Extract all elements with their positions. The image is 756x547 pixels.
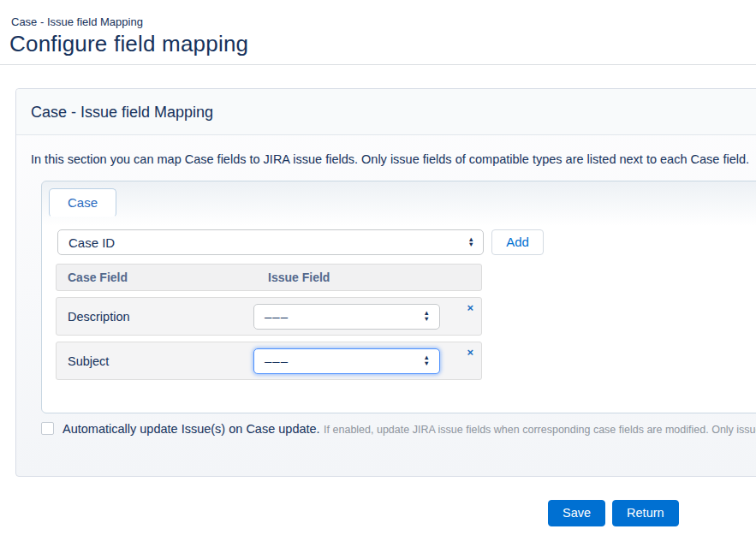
issue-field-select[interactable]: ––– ▲ ▼ bbox=[253, 304, 440, 330]
case-field-label: Description bbox=[57, 310, 130, 324]
select-spinner-icon: ▲ ▼ bbox=[424, 355, 431, 366]
auto-update-label: Automatically update Issue(s) on Case up… bbox=[63, 422, 320, 436]
auto-update-help: If enabled, update JIRA issue fields whe… bbox=[324, 424, 756, 436]
card-body: In this section you can map Case fields … bbox=[16, 135, 756, 437]
section-description: In this section you can map Case fields … bbox=[31, 152, 756, 166]
case-tab-panel: Case ID ▲ ▼ Add Case Field Issue Field bbox=[42, 229, 756, 380]
remove-row-icon[interactable]: × bbox=[467, 347, 473, 358]
case-field-select-value: Case ID bbox=[68, 235, 115, 250]
breadcrumb: Case - Issue field Mapping bbox=[11, 15, 143, 28]
select-spinner-icon: ▲ ▼ bbox=[468, 237, 474, 248]
header-case-field: Case Field bbox=[57, 271, 128, 284]
table-row: Subject ––– ▲ ▼ × bbox=[56, 342, 482, 380]
header-issue-field: Issue Field bbox=[268, 271, 330, 284]
table-row: Description ––– ▲ ▼ × bbox=[56, 297, 482, 336]
auto-update-text: Automatically update Issue(s) on Case up… bbox=[63, 421, 756, 437]
card-title: Case - Issue field Mapping bbox=[16, 89, 756, 135]
page-header: Case - Issue field Mapping Configure fie… bbox=[0, 0, 756, 65]
return-button[interactable]: Return bbox=[612, 500, 679, 526]
auto-update-row: Automatically update Issue(s) on Case up… bbox=[41, 421, 756, 437]
issue-field-select-value: ––– bbox=[265, 354, 289, 368]
auto-update-checkbox[interactable] bbox=[41, 422, 54, 435]
page-title: Configure field mapping bbox=[9, 31, 248, 57]
remove-row-icon[interactable]: × bbox=[467, 302, 473, 313]
issue-field-select[interactable]: ––– ▲ ▼ bbox=[253, 348, 440, 374]
select-spinner-icon: ▲ ▼ bbox=[424, 311, 431, 322]
field-picker-row: Case ID ▲ ▼ Add bbox=[57, 229, 756, 255]
tabs-container: Case Case ID ▲ ▼ Add Case Field bbox=[41, 181, 756, 413]
mapping-table-header: Case Field Issue Field bbox=[56, 264, 482, 291]
mapping-table: Case Field Issue Field Description ––– ▲… bbox=[56, 264, 482, 380]
footer-actions: Save Return bbox=[548, 500, 679, 526]
add-button[interactable]: Add bbox=[491, 229, 544, 255]
field-mapping-card: Case - Issue field Mapping In this secti… bbox=[15, 88, 756, 477]
case-field-select[interactable]: Case ID ▲ ▼ bbox=[57, 229, 484, 255]
case-field-label: Subject bbox=[57, 354, 109, 368]
tab-case-label: Case bbox=[68, 195, 98, 210]
save-button[interactable]: Save bbox=[548, 500, 605, 526]
tab-case[interactable]: Case bbox=[49, 188, 116, 217]
issue-field-select-value: ––– bbox=[265, 309, 289, 324]
